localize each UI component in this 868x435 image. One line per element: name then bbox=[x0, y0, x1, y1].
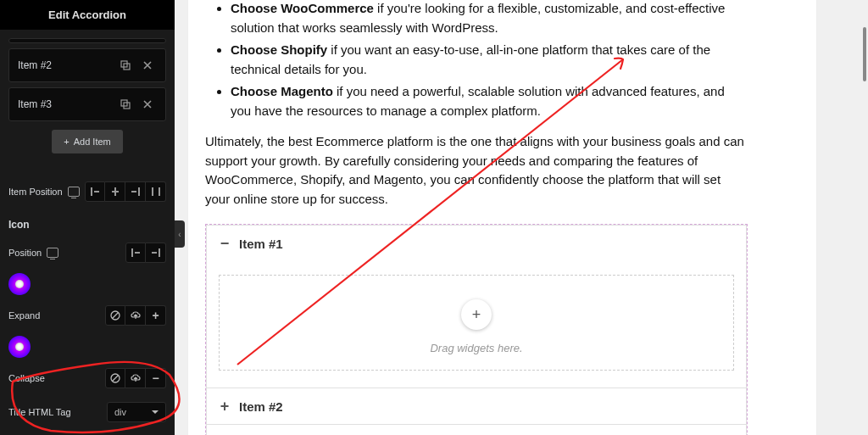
scrollbar-thumb[interactable] bbox=[863, 27, 866, 81]
accordion-content: + Drag widgets here. bbox=[207, 261, 746, 388]
plus-icon: + bbox=[219, 399, 231, 414]
widget-drop-zone[interactable]: + Drag widgets here. bbox=[219, 275, 734, 371]
item-label: Item #2 bbox=[18, 59, 52, 71]
item-row[interactable] bbox=[8, 38, 166, 43]
svg-line-5 bbox=[113, 313, 119, 319]
list-item: Choose WooCommerce if you're looking for… bbox=[231, 0, 748, 37]
add-widget-button[interactable]: + bbox=[461, 299, 492, 330]
duplicate-icon[interactable] bbox=[116, 95, 135, 114]
accordion-item: + Item #2 bbox=[206, 388, 747, 424]
list-item: Choose Magento if you need a powerful, s… bbox=[231, 82, 748, 120]
chevron-down-icon bbox=[152, 410, 159, 414]
position-left-button[interactable] bbox=[125, 243, 146, 263]
accordion-title: Item #2 bbox=[239, 399, 283, 414]
paragraph: Ultimately, the best Ecommerce platform … bbox=[205, 132, 748, 209]
title-tag-control: Title HTML Tag div bbox=[0, 395, 175, 429]
duplicate-icon[interactable] bbox=[116, 56, 135, 75]
plus-icon-button[interactable]: + bbox=[146, 305, 166, 326]
title-tag-select[interactable]: div bbox=[107, 402, 166, 422]
expand-label: Expand bbox=[8, 310, 40, 321]
sidebar-title: Edit Accordion bbox=[0, 0, 175, 30]
upload-icon-button[interactable] bbox=[125, 368, 146, 388]
responsive-icon[interactable] bbox=[47, 248, 58, 258]
drop-hint: Drag widgets here. bbox=[220, 342, 733, 354]
collapse-sidebar-button[interactable]: ‹ bbox=[175, 220, 185, 248]
accordion-header[interactable]: + Item #2 bbox=[207, 388, 746, 424]
align-center-button[interactable] bbox=[105, 181, 125, 202]
accordion-widget[interactable]: − Item #1 + Drag widgets here. + Item #2 bbox=[205, 224, 748, 435]
icon-picker-collapse[interactable] bbox=[8, 336, 31, 358]
close-icon[interactable] bbox=[138, 95, 157, 114]
accordion-item: + Item #3 bbox=[206, 424, 747, 435]
item-row[interactable]: Item #2 bbox=[8, 48, 166, 82]
collapse-icon-control: Collapse − bbox=[0, 361, 175, 395]
item-position-label: Item Position bbox=[8, 187, 63, 197]
item-label: Item #3 bbox=[18, 98, 52, 110]
none-icon-button[interactable] bbox=[105, 305, 125, 326]
position-right-button[interactable] bbox=[146, 243, 166, 263]
align-left-button[interactable] bbox=[85, 181, 105, 202]
accordion-items-list: Item #2 Item #3 + Add Item bbox=[0, 30, 175, 175]
accordion-header[interactable]: − Item #1 bbox=[207, 226, 746, 261]
align-right-button[interactable] bbox=[125, 181, 146, 202]
close-icon[interactable] bbox=[138, 56, 157, 75]
none-icon-button[interactable] bbox=[105, 368, 125, 388]
title-tag-value: div bbox=[114, 407, 126, 417]
svg-line-7 bbox=[113, 376, 119, 382]
title-tag-label: Title HTML Tag bbox=[8, 407, 71, 417]
collapse-label: Collapse bbox=[8, 373, 45, 383]
icon-picker-expand[interactable] bbox=[8, 273, 31, 295]
icon-position-control: Position bbox=[0, 236, 175, 270]
responsive-icon[interactable] bbox=[68, 187, 80, 197]
accordion-header[interactable]: + Item #3 bbox=[207, 425, 746, 435]
accordion-item: − Item #1 + Drag widgets here. bbox=[206, 225, 747, 388]
expand-icon-control: Expand + bbox=[0, 298, 175, 332]
add-item-label: Add Item bbox=[74, 137, 111, 147]
sidebar-panel: Edit Accordion Item #2 Item #3 + Add Ite… bbox=[0, 0, 175, 435]
item-row[interactable]: Item #3 bbox=[8, 87, 166, 121]
position-label: Position bbox=[8, 248, 42, 258]
add-item-button[interactable]: + Add Item bbox=[52, 130, 122, 153]
align-stretch-button[interactable] bbox=[146, 181, 166, 202]
preview-area: Choose WooCommerce if you're looking for… bbox=[175, 0, 868, 435]
icon-section-label: Icon bbox=[0, 209, 175, 236]
item-position-control: Item Position bbox=[0, 175, 175, 209]
accordion-title: Item #1 bbox=[239, 237, 283, 251]
article-content: Choose WooCommerce if you're looking for… bbox=[205, 0, 748, 209]
list-item: Choose Shopify if you want an easy-to-us… bbox=[231, 41, 748, 79]
plus-icon: + bbox=[64, 137, 69, 147]
upload-icon-button[interactable] bbox=[125, 305, 146, 326]
minus-icon: − bbox=[219, 236, 231, 251]
faq-schema-control: FAQ Schema No bbox=[0, 429, 175, 435]
minus-icon-button[interactable]: − bbox=[146, 368, 166, 388]
